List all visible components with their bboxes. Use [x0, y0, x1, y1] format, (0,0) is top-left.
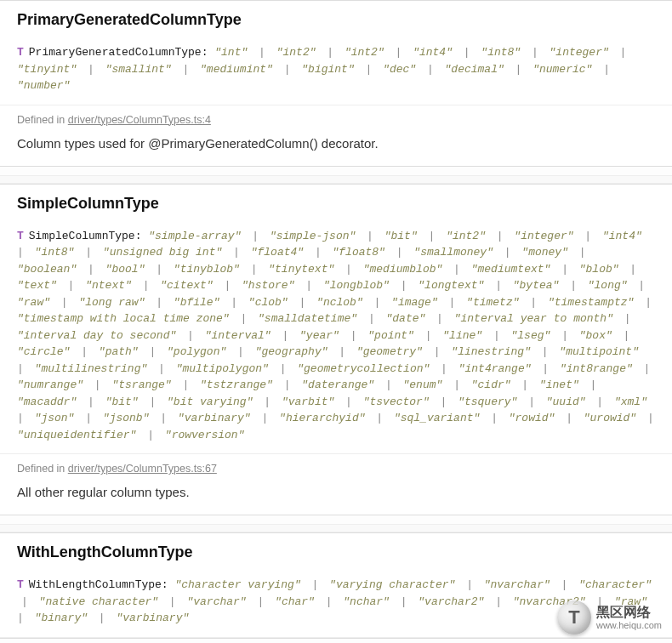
union-pipe: |: [339, 263, 358, 276]
type-value: "decimal": [445, 63, 504, 76]
source-link[interactable]: driver/types/ColumnTypes.ts:67: [68, 463, 217, 475]
type-value: "timetz": [466, 296, 519, 309]
union-pipe: |: [257, 395, 276, 408]
type-value: "tsquery": [458, 395, 517, 408]
union-pipe: |: [521, 395, 541, 408]
type-value: "binary": [35, 612, 88, 624]
union-pipe: |: [515, 378, 535, 391]
type-value: "timestamp with local time zone": [17, 312, 230, 325]
type-value: "smallmoney": [413, 246, 493, 259]
type-value: "blob": [579, 263, 619, 276]
type-value: "geometrycollection": [297, 362, 430, 375]
defined-in: Defined in driver/types/ColumnTypes.ts:6…: [0, 454, 672, 478]
type-value: "clob": [248, 296, 288, 309]
type-value: "unsigned big int": [103, 246, 222, 259]
type-value: "varchar": [186, 595, 246, 608]
union-pipe: |: [231, 345, 250, 358]
type-value: "simple-array": [148, 230, 241, 242]
type-value: "multipolygon": [176, 362, 269, 375]
union-pipe: |: [151, 362, 171, 375]
union-pipe: |: [153, 412, 173, 424]
union-pipe: |: [176, 63, 196, 76]
union-pipe: |: [319, 595, 339, 608]
type-name: SimpleColumnType: [29, 230, 135, 242]
colon: :: [202, 46, 215, 59]
type-icon: T: [17, 46, 24, 59]
type-value: "raw": [614, 595, 647, 608]
type-value: "path": [99, 345, 139, 358]
type-value: "nvarchar2": [513, 595, 586, 608]
type-value: "geography": [255, 345, 328, 358]
type-value: "polygon": [167, 345, 226, 358]
type-value: "tsrange": [111, 378, 171, 391]
type-value: "numeric": [532, 63, 592, 76]
type-value: "integer": [514, 230, 573, 242]
union-pipe: |: [321, 46, 340, 59]
type-value: "bit": [384, 230, 418, 242]
defined-prefix: Defined in: [17, 463, 68, 475]
union-pipe: |: [136, 279, 156, 292]
type-value: "uniqueidentifier": [17, 429, 136, 441]
union-pipe: |: [234, 312, 253, 325]
type-value: "multipoint": [559, 345, 639, 358]
type-name: PrimaryGeneratedColumnType: [29, 46, 202, 59]
type-value: "text": [17, 279, 57, 292]
type-value: "lseg": [511, 329, 551, 342]
type-value: "int2": [446, 230, 486, 242]
type-value: "int4": [602, 230, 642, 242]
union-pipe: |: [563, 279, 583, 292]
type-value: "float4": [251, 246, 304, 259]
type-value: "interval year to month": [454, 312, 613, 325]
union-pipe: |: [584, 378, 597, 391]
type-value: "interval day to second": [17, 329, 176, 342]
union-pipe: |: [339, 395, 358, 408]
section-description: All other regular column types.: [0, 478, 672, 515]
union-pipe: |: [74, 345, 94, 358]
union-pipe: |: [244, 263, 264, 276]
union-pipe: |: [78, 412, 98, 424]
type-value: "bool": [105, 263, 145, 276]
defined-prefix: Defined in: [17, 114, 68, 126]
type-value: "nchar": [343, 595, 390, 608]
union-pipe: |: [442, 296, 462, 309]
type-value: "smalldatetime": [258, 312, 357, 325]
type-value: "number": [17, 79, 70, 92]
type-value: "hierarchyid": [279, 412, 365, 424]
type-value: "long": [588, 279, 628, 292]
type-icon: T: [17, 230, 24, 242]
union-pipe: |: [484, 412, 504, 424]
union-pipe: |: [54, 296, 74, 309]
type-value: "native character": [39, 595, 158, 608]
union-pipe: |: [447, 378, 466, 391]
type-value: "multilinestring": [35, 362, 148, 375]
union-pipe: |: [535, 345, 555, 358]
union-pipe: |: [555, 263, 574, 276]
type-value: "long raw": [78, 296, 145, 309]
union-pipe: |: [81, 395, 100, 408]
type-value: "character": [578, 578, 652, 591]
type-section: PrimaryGeneratedColumnTypeTPrimaryGenera…: [0, 0, 672, 167]
type-value: "xml": [614, 395, 647, 408]
type-signature: TSimpleColumnType: "simple-array" | "sim…: [0, 221, 672, 455]
type-value: "uuid": [546, 395, 586, 408]
union-pipe: |: [596, 63, 610, 76]
type-value: "box": [579, 329, 612, 342]
type-value: "enum": [403, 378, 443, 391]
union-pipe: |: [17, 362, 31, 375]
union-pipe: |: [457, 46, 476, 59]
union-pipe: |: [427, 345, 447, 358]
source-link[interactable]: driver/types/ColumnTypes.ts:4: [68, 114, 211, 126]
union-pipe: |: [638, 296, 652, 309]
union-pipe: |: [632, 279, 646, 292]
type-value: "point": [367, 329, 414, 342]
section-description: Column types used for @PrimaryGeneratedC…: [0, 129, 672, 166]
type-value: "cidr": [471, 378, 511, 391]
type-value: "dec": [383, 63, 416, 76]
union-pipe: |: [61, 279, 81, 292]
section-title: WithLengthColumnType: [0, 533, 672, 570]
type-value: "float8": [333, 246, 385, 259]
union-pipe: |: [617, 329, 630, 342]
type-value: "varbit": [282, 395, 334, 408]
union-pipe: |: [277, 63, 297, 76]
type-value: "line": [442, 329, 482, 342]
